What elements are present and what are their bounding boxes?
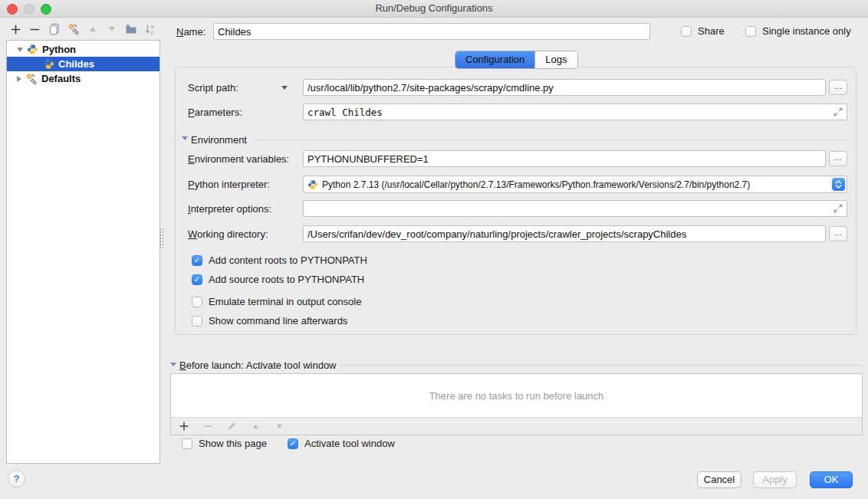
apply-button[interactable]: Apply	[753, 471, 797, 488]
cancel-button[interactable]: Cancel	[697, 471, 741, 488]
before-launch-empty-text: There are no tasks to run before launch	[171, 374, 862, 418]
move-task-down-button[interactable]	[274, 419, 284, 433]
python-interpreter-select[interactable]: Python 2.7.13 (/usr/local/Cellar/python/…	[303, 176, 847, 193]
tree-item-label: Defaults	[41, 73, 81, 84]
tree-item-label: Python	[42, 44, 76, 55]
tab-logs[interactable]: Logs	[534, 51, 577, 68]
activate-tool-window-checkbox[interactable]: ✓ Activate tool window	[288, 438, 395, 449]
section-divider	[255, 140, 847, 140]
before-launch-toolbar	[171, 418, 862, 435]
checkbox-box	[182, 438, 192, 449]
checkbox-box	[192, 297, 202, 307]
configurations-tree: Python Childes Defaults	[6, 40, 160, 464]
svg-text:a: a	[150, 24, 153, 29]
environment-section-expander-icon[interactable]	[182, 136, 188, 140]
tab-bar: Configuration Logs	[455, 51, 578, 69]
name-label: Name:	[176, 25, 205, 39]
move-down-button[interactable]	[105, 22, 118, 36]
copy-configuration-button[interactable]	[48, 22, 61, 36]
create-folder-button[interactable]	[124, 22, 137, 36]
script-path-input[interactable]	[303, 79, 826, 96]
environment-variables-input[interactable]	[303, 150, 826, 167]
copy-icon	[48, 23, 61, 35]
before-launch-task-list: There are no tasks to run before launch	[170, 373, 863, 435]
script-path-browse-button[interactable]: ...	[829, 80, 847, 95]
show-this-page-checkbox[interactable]: Show this page	[182, 438, 267, 449]
tree-item-label: Childes	[58, 58, 94, 70]
checkbox-label: Activate tool window	[304, 438, 395, 449]
run-debug-configurations-dialog: Run/Debug Configurations az Python Child…	[0, 0, 868, 499]
section-divider	[340, 365, 863, 366]
checkbox-box: ✓	[192, 274, 202, 285]
share-checkbox[interactable]: Share	[681, 25, 725, 37]
check-icon: ✓	[290, 439, 297, 448]
folder-icon	[125, 23, 137, 35]
parameters-label: Parameters:	[188, 106, 242, 120]
wrench-gear-icon	[25, 73, 38, 85]
combo-stepper-icon[interactable]	[832, 178, 845, 191]
name-input[interactable]	[213, 23, 650, 40]
script-path-dropdown-icon[interactable]	[281, 86, 288, 90]
sort-alphabetically-icon: az	[144, 23, 156, 35]
show-command-line-checkbox[interactable]: Show command line afterwards	[192, 315, 347, 327]
checkbox-box	[681, 26, 692, 37]
title-bar: Run/Debug Configurations	[0, 0, 868, 18]
remove-configuration-button[interactable]	[28, 22, 41, 36]
minus-icon	[29, 24, 41, 35]
tab-configuration[interactable]: Configuration	[455, 51, 534, 68]
expand-field-icon[interactable]	[833, 203, 843, 214]
environment-variables-browse-button[interactable]: ...	[829, 151, 847, 166]
sort-configurations-button[interactable]: az	[143, 22, 156, 36]
checkbox-box: ✓	[192, 255, 202, 266]
before-launch-header: Before launch: Activate tool window	[179, 359, 337, 373]
interpreter-options-input[interactable]	[303, 200, 847, 217]
emulate-terminal-checkbox[interactable]: Emulate terminal in output console	[192, 296, 361, 307]
svg-text:z: z	[150, 30, 153, 35]
single-instance-checkbox[interactable]: Single instance only	[745, 25, 851, 37]
before-launch-expander-icon[interactable]	[170, 363, 176, 366]
move-up-button[interactable]	[86, 22, 99, 36]
tree-item-defaults[interactable]: Defaults	[7, 71, 159, 86]
environment-variables-label: Environment variables:	[188, 153, 289, 166]
edit-task-button[interactable]	[226, 419, 237, 433]
expand-field-icon[interactable]	[833, 107, 843, 117]
checkbox-label: Add source roots to PYTHONPATH	[209, 274, 364, 285]
working-directory-input[interactable]	[303, 225, 826, 242]
checkbox-box	[192, 316, 202, 327]
python-icon	[307, 179, 318, 190]
plus-icon	[10, 24, 21, 35]
remove-task-button[interactable]	[202, 419, 213, 433]
expander-expanded-icon[interactable]	[17, 48, 23, 52]
checkbox-label: Add content roots to PYTHONPATH	[209, 254, 367, 266]
move-task-up-button[interactable]	[250, 419, 261, 433]
add-content-roots-checkbox[interactable]: ✓ Add content roots to PYTHONPATH	[192, 254, 367, 266]
add-configuration-button[interactable]	[9, 22, 22, 36]
tree-item-childes[interactable]: Childes	[7, 57, 159, 71]
tree-item-python[interactable]: Python	[7, 42, 159, 57]
checkbox-box	[745, 26, 756, 37]
share-label: Share	[698, 25, 725, 37]
single-instance-label: Single instance only	[762, 25, 851, 37]
ok-button[interactable]: OK	[810, 471, 853, 488]
add-task-button[interactable]	[179, 419, 189, 433]
python-icon	[43, 58, 54, 70]
checkbox-box: ✓	[288, 438, 298, 449]
splitter-handle[interactable]	[159, 228, 164, 249]
checkbox-label: Show this page	[199, 438, 267, 449]
help-button[interactable]: ?	[8, 470, 25, 488]
arrow-down-icon	[107, 24, 117, 34]
checkbox-label: Emulate terminal in output console	[209, 296, 361, 307]
expander-collapsed-icon[interactable]	[17, 76, 21, 82]
arrow-up-icon	[87, 24, 98, 34]
check-icon: ✓	[194, 256, 201, 264]
parameters-input[interactable]	[303, 103, 847, 120]
working-directory-browse-button[interactable]: ...	[829, 226, 847, 241]
add-source-roots-checkbox[interactable]: ✓ Add source roots to PYTHONPATH	[192, 274, 364, 285]
checkbox-label: Show command line afterwards	[209, 315, 347, 327]
environment-section-header: Environment	[191, 133, 247, 147]
configurations-toolbar: az	[9, 21, 156, 37]
python-interpreter-value: Python 2.7.13 (/usr/local/Cellar/python/…	[322, 179, 828, 190]
python-icon	[27, 44, 38, 55]
check-icon: ✓	[194, 275, 201, 284]
edit-defaults-button[interactable]	[67, 22, 80, 36]
